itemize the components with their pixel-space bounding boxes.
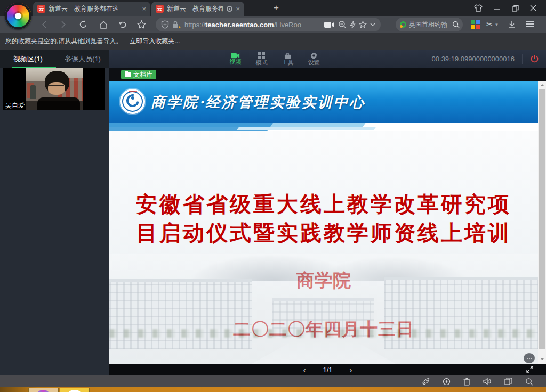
download-icon[interactable] [508, 16, 516, 33]
speed-mode-icon[interactable] [443, 378, 451, 386]
slide-banner-title: 商学院·经济管理实验实训中心 [151, 93, 365, 112]
browser-tab-1[interactable]: 云 新道云—教育服务都在这 × [33, 2, 150, 16]
tab-close-icon[interactable]: × [236, 5, 240, 12]
fullscreen-expand-icon[interactable] [526, 366, 533, 373]
slide-scrollbar[interactable] [538, 81, 546, 364]
insecure-lock-warning-icon[interactable] [172, 21, 181, 29]
desktop-taskbar-strip [0, 387, 546, 392]
document-library-label: 文档库 [133, 70, 152, 79]
search-suggestion-text[interactable]: 英国首相约翰 [409, 20, 449, 29]
url-path: /LiveRoo [274, 21, 301, 29]
mode-button[interactable]: 模式 [248, 50, 275, 68]
restore-window-button[interactable] [510, 3, 520, 13]
browser-nav-bar: https://teacher.seentao.com/LiveRoo 英国首相… [0, 16, 546, 33]
apps-grid-icon[interactable] [471, 20, 480, 29]
class-timer: 00:39:19.09900000000016 [432, 55, 515, 63]
theme-skin-icon[interactable] [473, 3, 484, 13]
site-favicon: 云 [156, 5, 164, 13]
document-library-tab[interactable]: 文档库 [121, 70, 156, 79]
search-engine-logo-icon [400, 21, 406, 28]
prev-page-button[interactable]: ‹ [303, 365, 306, 375]
browser-logo-hub [15, 13, 21, 19]
desktop-icon-folder[interactable] [60, 388, 90, 392]
forward-icon[interactable] [57, 16, 70, 33]
tab-media-indicator-icon [227, 6, 232, 12]
tab-title: 新道云—教育服务都在这 [49, 4, 139, 13]
school-logo-icon [120, 89, 145, 114]
slide-title-line2: 目启动仪式暨实践教学师资线上培训 [109, 218, 538, 247]
bookmark-bar: 您的收藏夹是空的,请从其他浏览器导入。 立即导入收藏夹... [0, 33, 546, 50]
bookmark-empty-hint: 您的收藏夹是空的,请从其他浏览器导入。 [5, 37, 122, 46]
slide-player-bar: ‹ 1/1 › [109, 364, 546, 375]
chevron-down-icon[interactable] [370, 23, 375, 26]
page-search-icon[interactable] [525, 378, 533, 386]
url-text[interactable]: https://teacher.seentao.com/LiveRoo [184, 21, 321, 29]
favorite-star-icon[interactable] [359, 21, 367, 28]
video-person-glasses [49, 85, 64, 87]
chat-bubble-icon[interactable] [524, 353, 535, 363]
minimize-button[interactable] [492, 3, 502, 13]
tab-video-area[interactable]: 视频区(1) [0, 54, 56, 64]
video-toggle-button[interactable]: 视频 [222, 50, 248, 68]
liveroom-body: 吴自爱 文档库 商学院·经济管理实验实训中心 [0, 68, 546, 375]
video-sidebar: 吴自爱 [0, 68, 109, 375]
end-class-power-button[interactable] [523, 50, 546, 68]
tools-button[interactable]: 工具 [275, 50, 301, 68]
browser-window: 云 新道云—教育服务都在这 × 云 新道云—教育服务都在这 × + [0, 0, 546, 392]
stage-area: 文档库 商学院·经济管理实验实训中心 安徽省省级重大线上教学改革研究项 目启动仪… [109, 68, 546, 375]
back-icon[interactable] [37, 16, 51, 33]
banner-ribbon [109, 123, 538, 131]
settings-button[interactable]: 设置 [301, 50, 327, 68]
home-icon[interactable] [96, 16, 111, 33]
liveroom-toolbar: 视频区(1) 参课人员(1) 视频 模式 工具 设置 00:39: [0, 50, 546, 68]
lightning-extension-icon[interactable] [350, 21, 356, 29]
screenshot-scissors-icon[interactable]: ✂▼ [486, 16, 499, 33]
browser-tab-strip: 云 新道云—教育服务都在这 × 云 新道云—教育服务都在这 × + [0, 0, 546, 16]
boost-rocket-icon[interactable] [422, 378, 430, 386]
tab-participants[interactable]: 参课人员(1) [56, 54, 109, 64]
video-person-face [48, 82, 65, 95]
url-host: teacher.seentao.com [205, 21, 274, 29]
slide-title-line1: 安徽省省级重大线上教学改革研究项 [109, 190, 538, 218]
search-box[interactable]: 英国首相约翰 [396, 18, 463, 31]
zoom-page-icon[interactable] [338, 20, 347, 29]
scroll-up-icon[interactable] [538, 81, 546, 89]
tab-title: 新道云—教育服务都在这 [167, 4, 223, 13]
tab-close-icon[interactable]: × [142, 5, 146, 12]
address-bar[interactable]: https://teacher.seentao.com/LiveRoo [156, 18, 381, 31]
participant-video-tile[interactable]: 吴自爱 [3, 68, 105, 110]
volume-icon[interactable] [483, 378, 492, 385]
browser-tab-2-active[interactable]: 云 新道云—教育服务都在这 × [151, 2, 244, 16]
page-indicator: 1/1 [323, 366, 332, 374]
slide-canvas: 商学院·经济管理实验实训中心 安徽省省级重大线上教学改革研究项 目启动仪式暨实践… [109, 81, 538, 364]
tools-label: 工具 [282, 60, 294, 66]
import-bookmarks-link[interactable]: 立即导入收藏夹... [130, 37, 180, 46]
campus-photo [109, 254, 538, 364]
browser-status-bar [0, 375, 546, 387]
bookmark-star-icon[interactable] [133, 16, 149, 33]
video-toggle-label: 视频 [230, 59, 242, 65]
clear-trash-icon[interactable] [463, 378, 470, 386]
participant-name-label: 吴自爱 [3, 101, 105, 110]
video-background-person [30, 85, 36, 99]
undo-recent-icon[interactable] [115, 16, 130, 33]
liveroom-main-toolbar: 视频 模式 工具 设置 00:39:19.09900000000016 [109, 50, 546, 68]
search-icon[interactable] [452, 21, 460, 28]
reader-windows-icon[interactable] [504, 378, 512, 385]
slide-stage: 商学院·经济管理实验实训中心 安徽省省级重大线上教学改革研究项 目启动仪式暨实践… [109, 81, 546, 364]
scroll-down-icon[interactable] [538, 355, 546, 363]
next-page-button[interactable]: › [350, 365, 352, 375]
close-window-button[interactable] [528, 3, 539, 13]
main-menu-icon[interactable] [526, 21, 534, 28]
site-favicon: 云 [37, 5, 45, 13]
slide-title: 安徽省省级重大线上教学改革研究项 目启动仪式暨实践教学师资线上培训 [109, 190, 538, 247]
mode-label: 模式 [256, 60, 268, 66]
browser-logo-icon[interactable] [5, 3, 31, 29]
scrollbar-thumb[interactable] [539, 89, 545, 349]
reload-icon[interactable] [76, 16, 91, 33]
folder-icon [125, 72, 131, 77]
shield-icon[interactable] [161, 20, 169, 29]
new-tab-button[interactable]: + [269, 2, 283, 14]
desktop-icon-browser[interactable] [28, 388, 59, 392]
camera-in-use-icon[interactable] [324, 21, 335, 28]
